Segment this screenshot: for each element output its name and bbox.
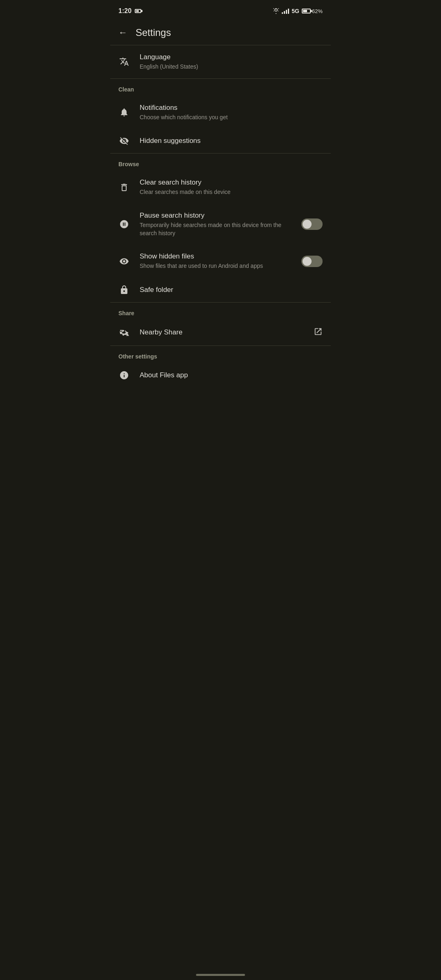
bell-icon: [118, 107, 130, 117]
status-time: 1:20: [118, 7, 131, 15]
clean-section-header: Clean: [110, 79, 331, 96]
notifications-text: Notifications Choose which notifications…: [140, 103, 323, 122]
other-settings-header: Other settings: [110, 346, 331, 363]
nearby-share-icon: [118, 328, 130, 338]
other-settings-section: Other settings About Files app: [110, 346, 331, 388]
svg-point-5: [122, 334, 124, 336]
pause-history-toggle-knob: [303, 220, 312, 229]
back-button[interactable]: ←: [118, 27, 127, 38]
pause-history-title: Pause search history: [140, 211, 292, 220]
info-icon: [118, 370, 130, 380]
notifications-item[interactable]: Notifications Choose which notifications…: [110, 96, 331, 129]
show-hidden-toggle-knob: [303, 257, 312, 266]
status-right: 5G 62%: [273, 8, 323, 14]
nearby-share-text: Nearby Share: [140, 328, 304, 337]
status-battery-small: [135, 9, 141, 13]
show-hidden-files-item[interactable]: Show hidden files Show files that are us…: [110, 245, 331, 278]
external-link-icon: [314, 327, 323, 338]
about-files-item[interactable]: About Files app: [110, 363, 331, 388]
clear-history-title: Clear search history: [140, 178, 323, 187]
share-section: Share Nearby Share: [110, 303, 331, 345]
hidden-suggestions-title: Hidden suggestions: [140, 136, 323, 145]
about-files-title: About Files app: [140, 371, 323, 380]
clear-history-item[interactable]: Clear search history Clear searches made…: [110, 171, 331, 204]
svg-point-7: [120, 332, 122, 334]
battery-percentage: 62%: [312, 8, 323, 14]
share-section-header: Share: [110, 303, 331, 320]
svg-point-6: [127, 332, 128, 334]
show-hidden-subtitle: Show files that are used to run Android …: [140, 262, 292, 270]
browse-section: Browse Clear search history Clear search…: [110, 154, 331, 302]
signal-bar-4: [288, 9, 289, 14]
eye-off-icon: [118, 136, 130, 146]
show-hidden-text: Show hidden files Show files that are us…: [140, 252, 292, 270]
trash-icon: [118, 183, 130, 192]
safe-folder-title: Safe folder: [140, 285, 323, 294]
nearby-share-title: Nearby Share: [140, 328, 304, 337]
show-hidden-toggle[interactable]: [301, 256, 323, 267]
about-files-text: About Files app: [140, 371, 323, 380]
battery-outline: [302, 9, 311, 13]
signal-bars: [282, 8, 289, 14]
page-title: Settings: [136, 27, 171, 38]
clean-section: Clean Notifications Choose which notific…: [110, 79, 331, 154]
page-header: ← Settings: [110, 20, 331, 45]
language-section: Language English (United States): [110, 45, 331, 78]
battery-indicator: 62%: [302, 8, 323, 14]
nearby-share-item[interactable]: Nearby Share: [110, 320, 331, 345]
pause-history-subtitle: Temporarily hide searches made on this d…: [140, 221, 292, 237]
translate-icon: [118, 57, 130, 67]
clear-history-text: Clear search history Clear searches made…: [140, 178, 323, 196]
signal-bar-3: [286, 10, 287, 14]
safe-folder-text: Safe folder: [140, 285, 323, 294]
svg-point-4: [122, 330, 124, 332]
hidden-suggestions-item[interactable]: Hidden suggestions: [110, 129, 331, 153]
pause-history-text: Pause search history Temporarily hide se…: [140, 211, 292, 237]
notifications-subtitle: Choose which notifications you get: [140, 114, 323, 122]
pause-history-toggle[interactable]: [301, 218, 323, 230]
alarm-icon: [273, 8, 279, 14]
language-item[interactable]: Language English (United States): [110, 45, 331, 78]
pause-history-item[interactable]: Pause search history Temporarily hide se…: [110, 204, 331, 245]
language-subtitle: English (United States): [140, 63, 323, 71]
safe-folder-item[interactable]: Safe folder: [110, 278, 331, 302]
language-text: Language English (United States): [140, 53, 323, 71]
signal-bar-1: [282, 12, 283, 14]
hidden-suggestions-text: Hidden suggestions: [140, 136, 323, 145]
notifications-title: Notifications: [140, 103, 323, 112]
clear-history-subtitle: Clear searches made on this device: [140, 188, 323, 196]
status-left: 1:20: [118, 7, 141, 15]
lock-icon: [118, 285, 130, 295]
network-type: 5G: [292, 8, 299, 14]
show-hidden-title: Show hidden files: [140, 252, 292, 261]
signal-bar-2: [284, 11, 285, 14]
eye-icon: [118, 256, 130, 266]
language-title: Language: [140, 53, 323, 62]
browse-section-header: Browse: [110, 154, 331, 171]
status-bar: 1:20 5G 62%: [110, 0, 331, 20]
battery-fill: [303, 10, 307, 12]
pause-icon: [118, 219, 130, 229]
